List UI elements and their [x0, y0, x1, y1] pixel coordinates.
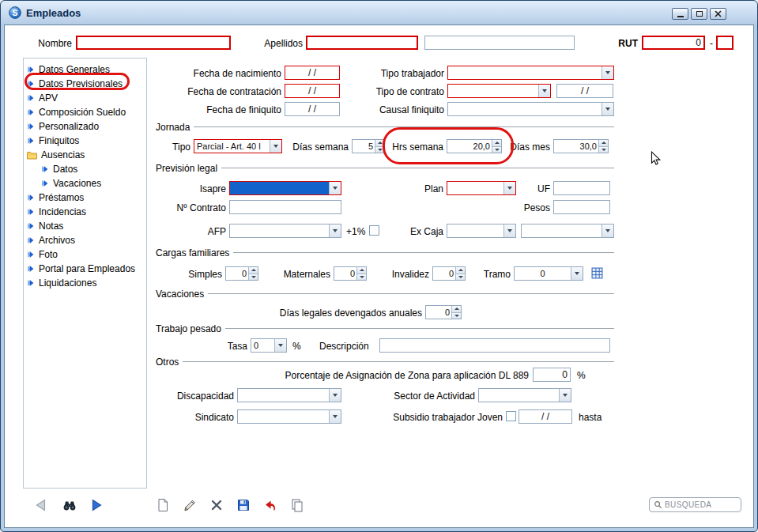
chevron-down-icon[interactable] — [601, 103, 613, 115]
close-button[interactable] — [710, 8, 726, 20]
copy-record-button[interactable] — [288, 496, 306, 514]
zona-dl889-input[interactable] — [533, 368, 571, 382]
excaja-detalle-select[interactable] — [521, 224, 614, 238]
rut-dv-input[interactable] — [716, 36, 733, 50]
sector-actividad-select[interactable] — [478, 388, 571, 402]
subsidio-joven-fecha-input[interactable] — [519, 409, 572, 424]
chevron-down-icon[interactable] — [329, 410, 341, 423]
tipo-contrato-select[interactable] — [447, 84, 551, 98]
undo-button[interactable] — [262, 496, 279, 514]
dias-semana-spinner[interactable]: 5 — [352, 139, 385, 153]
spin-down-icon[interactable] — [375, 146, 384, 153]
tipo-contrato-fecha-input[interactable] — [556, 84, 613, 98]
causal-finiquito-select[interactable] — [447, 102, 614, 116]
rut-input[interactable] — [642, 36, 705, 50]
spin-up-icon[interactable] — [456, 267, 465, 274]
chevron-down-icon[interactable] — [329, 224, 341, 237]
new-record-button[interactable] — [154, 496, 172, 514]
prev-record-button[interactable] — [32, 496, 50, 514]
chevron-down-icon[interactable] — [571, 267, 583, 280]
sidebar-item-ausencias-vacaciones[interactable]: Vacaciones — [24, 176, 146, 191]
dias-mes-spinner[interactable]: 30,0 — [553, 139, 609, 153]
sidebar-item-notas[interactable]: Notas — [24, 219, 146, 233]
chevron-down-icon[interactable] — [270, 140, 281, 153]
vacaciones-section-header: Vacaciones — [156, 288, 614, 300]
sidebar-item-composicion-sueldo[interactable]: Composición Sueldo — [24, 105, 146, 119]
chevron-down-icon[interactable] — [503, 182, 515, 194]
find-record-button[interactable] — [61, 496, 78, 514]
search-input[interactable] — [665, 500, 737, 509]
sidebar-item-incidencias[interactable]: Incidencias — [24, 205, 146, 219]
delete-record-button[interactable] — [208, 496, 225, 514]
subsidio-joven-checkbox[interactable] — [506, 411, 516, 421]
fecha-nacimiento-input[interactable] — [285, 66, 340, 80]
isapre-label: Isapre — [179, 183, 226, 195]
discapacidad-select[interactable] — [237, 388, 341, 402]
sidebar-item-apv[interactable]: APV — [24, 91, 146, 105]
next-record-button[interactable] — [88, 496, 105, 514]
sidebar-item-ausencias-datos[interactable]: Datos — [24, 162, 146, 176]
chevron-down-icon[interactable] — [601, 224, 613, 237]
fecha-finiquito-input[interactable] — [285, 102, 340, 116]
tasa-select[interactable]: 0 — [251, 338, 287, 353]
excaja-select[interactable] — [447, 224, 516, 238]
tramo-select[interactable]: 0 — [514, 266, 583, 281]
save-record-button[interactable] — [235, 496, 252, 514]
hrs-semana-spinner[interactable]: 20,0 — [447, 139, 502, 153]
search-box[interactable] — [649, 497, 741, 512]
sidebar-item-datos-previsionales[interactable]: Datos Previsionales — [24, 77, 146, 91]
fecha-contratacion-input[interactable] — [285, 84, 340, 98]
invalidez-spinner[interactable]: 0 — [432, 266, 466, 281]
num-contrato-input[interactable] — [229, 200, 341, 214]
maternales-spinner[interactable]: 0 — [334, 266, 367, 281]
sidebar-item-personalizado[interactable]: Personalizado — [24, 119, 146, 134]
sidebar-item-liquidaciones[interactable]: Liquidaciones — [24, 276, 146, 290]
sidebar-item-portal-para-empleados[interactable]: Portal para Empleados — [24, 262, 146, 276]
afp-plus1-checkbox[interactable] — [369, 225, 379, 236]
sidebar-item-foto[interactable]: Foto — [24, 247, 146, 262]
chevron-down-icon[interactable] — [559, 389, 571, 402]
maximize-button[interactable] — [691, 8, 707, 20]
sidebar-item-prestamos[interactable]: Préstamos — [24, 191, 146, 205]
maternales-value: 0 — [334, 267, 356, 280]
tipo-trabajador-select[interactable] — [447, 66, 614, 80]
apellido-paterno-input[interactable] — [306, 36, 418, 50]
dias-legales-spinner[interactable]: 0 — [425, 305, 462, 319]
descripcion-input[interactable] — [379, 338, 610, 353]
chevron-down-icon[interactable] — [329, 389, 341, 402]
spin-down-icon[interactable] — [357, 274, 366, 281]
spin-down-icon[interactable] — [599, 146, 608, 153]
spin-down-icon[interactable] — [249, 274, 258, 281]
spin-up-icon[interactable] — [249, 267, 258, 274]
pesos-input[interactable] — [553, 200, 610, 214]
isapre-select[interactable] — [229, 181, 341, 195]
minimize-button[interactable] — [672, 8, 688, 20]
chevron-down-icon[interactable] — [329, 182, 341, 194]
chevron-down-icon[interactable] — [274, 339, 286, 352]
apellido-materno-input[interactable] — [424, 36, 575, 50]
plan-select[interactable] — [447, 181, 516, 195]
tramo-table-icon[interactable] — [591, 267, 603, 279]
sidebar-item-finiquitos[interactable]: Finiquitos — [24, 134, 146, 148]
spin-up-icon[interactable] — [452, 306, 461, 312]
sidebar-item-archivos[interactable]: Archivos — [24, 233, 146, 247]
chevron-down-icon[interactable] — [601, 66, 613, 79]
nombre-input[interactable] — [76, 36, 231, 50]
afp-select[interactable] — [229, 224, 341, 238]
spin-up-icon[interactable] — [599, 140, 608, 146]
sidebar-item-ausencias[interactable]: Ausencias — [24, 148, 146, 162]
spin-down-icon[interactable] — [456, 274, 465, 281]
simples-spinner[interactable]: 0 — [225, 266, 258, 281]
spin-down-icon[interactable] — [452, 312, 461, 319]
uf-input[interactable] — [553, 181, 610, 195]
chevron-down-icon[interactable] — [503, 224, 515, 237]
spin-up-icon[interactable] — [357, 267, 366, 274]
chevron-down-icon[interactable] — [538, 85, 550, 97]
spin-up-icon[interactable] — [492, 140, 501, 146]
sindicato-select[interactable] — [237, 409, 341, 424]
spin-up-icon[interactable] — [375, 140, 384, 146]
jornada-tipo-select[interactable]: Parcial - Art. 40 l — [194, 139, 282, 153]
edit-record-button[interactable] — [181, 496, 198, 514]
spin-down-icon[interactable] — [492, 146, 501, 153]
sidebar-item-datos-generales[interactable]: Datos Generales — [24, 62, 146, 77]
